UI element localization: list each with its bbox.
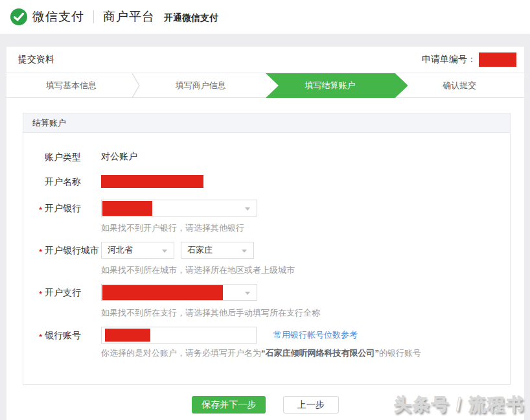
company-name: “石家庄倾听网络科技有限公司” (261, 348, 379, 358)
chevron-down-icon (245, 207, 250, 211)
step-label: 填写商户信息 (176, 80, 226, 91)
portal-text: 商户平台 (103, 8, 155, 25)
account-type-label: 账户类型 (23, 148, 101, 165)
account-name-label: 开户名称 (23, 173, 101, 190)
step-merchant-info: 填写商户信息 (136, 73, 266, 97)
application-number-redacted-value (479, 52, 516, 67)
required-mark: * (39, 202, 42, 218)
account-type-row: 账户类型 对公账户 (23, 148, 510, 165)
watermark: 头条号 / 流程书 (393, 393, 525, 416)
bank-hint: 如果找不到开户银行，请选择其他银行 (101, 222, 510, 234)
chevron-down-icon (242, 250, 247, 253)
branch-redacted-value (102, 285, 223, 300)
previous-step-button[interactable]: 上一步 (283, 396, 339, 414)
branch-row: * 开户支行 (23, 284, 510, 301)
city-selected-value: 石家庄 (187, 245, 213, 255)
province-selected-value: 河北省 (108, 245, 133, 255)
chevron-down-icon (162, 250, 167, 253)
step-label: 填写结算账户 (305, 80, 355, 91)
required-mark: * (39, 244, 42, 261)
step-separator-icon (132, 73, 141, 98)
bank-account-label: * 银行账号 (23, 327, 101, 344)
application-number-label: 申请单编号： (422, 54, 476, 65)
bank-label: * 开户银行 (23, 200, 101, 216)
panel-title: 提交资料 (18, 54, 54, 65)
bank-account-row: * 银行账号 常用银行帐号位数参考 (23, 327, 510, 344)
bank-redacted-value (102, 201, 152, 216)
bank-account-input[interactable] (101, 327, 257, 344)
bank-select[interactable] (101, 200, 257, 216)
page-title: 开通微信支付 (164, 12, 218, 24)
account-name-redacted-value (101, 175, 203, 188)
bank-row: * 开户银行 (23, 200, 510, 216)
account-name-row: 开户名称 (23, 173, 510, 190)
bank-city-label: * 开户银行城市 (23, 242, 101, 259)
brand-text: 微信支付 (32, 8, 84, 25)
step-label: 确认提交 (443, 80, 476, 91)
city-select[interactable]: 石家庄 (181, 242, 254, 259)
branch-select[interactable] (101, 284, 257, 301)
province-select[interactable]: 河北省 (101, 242, 174, 259)
account-digits-reference-link[interactable]: 常用银行帐号位数参考 (273, 329, 358, 341)
top-header: 微信支付 商户平台 开通微信支付 (0, 0, 530, 34)
application-number: 申请单编号： (422, 52, 516, 67)
bank-city-row: * 开户银行城市 河北省 石家庄 (23, 242, 510, 259)
step-confirm-submit: 确认提交 (395, 73, 524, 97)
branch-label: * 开户支行 (23, 284, 101, 301)
step-settlement-account: 填写结算账户 (266, 73, 395, 97)
bank-city-hint: 如果找不到所在城市，请选择所在地区或者上级城市 (101, 264, 510, 276)
wechat-pay-logo-icon (10, 8, 27, 25)
bank-account-hint: 你选择的是对公账户，请务必填写开户名为“石家庄倾听网络科技有限公司”的银行账号 (101, 347, 510, 359)
required-mark: * (39, 286, 42, 303)
chevron-down-icon (245, 292, 250, 295)
section-body: 账户类型 对公账户 开户名称 * 开户银行 如果找不到开户银行，请选择其他银行 (23, 133, 510, 384)
bank-account-redacted-value (105, 329, 150, 342)
header-divider (93, 10, 94, 23)
account-type-value: 对公账户 (101, 151, 137, 163)
settlement-account-section: 结算账户 账户类型 对公账户 开户名称 * 开户银行 (23, 113, 511, 385)
required-mark: * (39, 329, 42, 345)
step-label: 填写基本信息 (46, 80, 97, 91)
save-and-next-button[interactable]: 保存并下一步 (192, 396, 266, 414)
step-progress-bar: 填写基本信息 填写商户信息 填写结算账户 确认提交 (6, 73, 524, 98)
branch-hint: 如果找不到所在支行，请选择其他后手动填写所在支行全称 (101, 307, 510, 319)
panel-header: 提交资料 申请单编号： (6, 47, 524, 73)
step-basic-info: 填写基本信息 (6, 73, 136, 97)
section-header: 结算账户 (23, 113, 510, 133)
main-panel: 提交资料 申请单编号： 填写基本信息 填写商户信息 填写结算账户 确认提交 结算… (6, 47, 524, 420)
